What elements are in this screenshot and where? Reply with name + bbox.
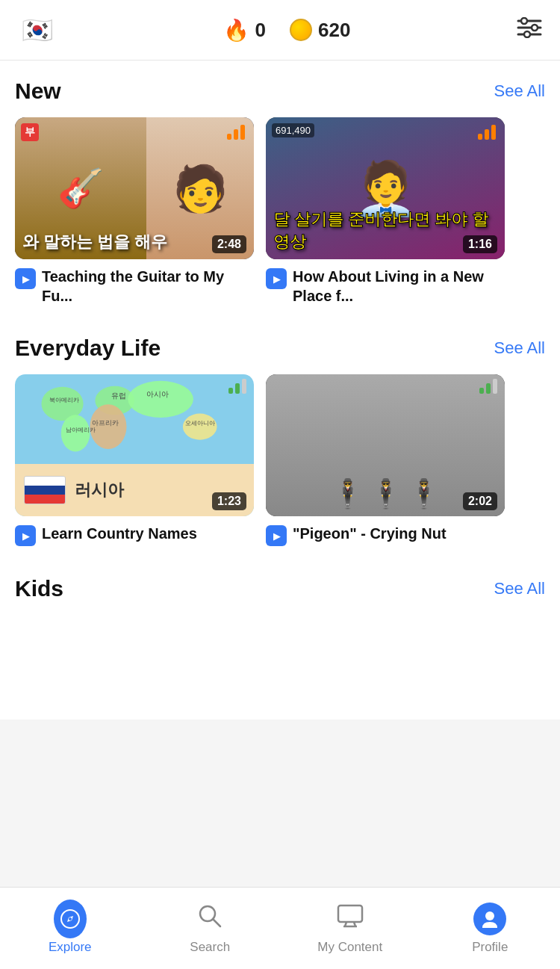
- signal-bars-pigeon: [479, 379, 497, 394]
- svg-line-23: [213, 919, 220, 926]
- place-card-label: How About Living in a New Place f...: [266, 267, 505, 306]
- section-new: New See All 🎸 🧑 부 와 말하는 법을 해우: [0, 61, 560, 318]
- search-label: Search: [190, 940, 230, 955]
- streak-stat: 🔥 0: [223, 18, 266, 43]
- my-content-icon-wrap: [334, 903, 367, 935]
- place-card-title: How About Living in a New Place f...: [293, 267, 505, 306]
- coins-count: 620: [318, 19, 350, 42]
- play-icon-country: [15, 525, 36, 546]
- explore-icon-wrap: [54, 903, 87, 935]
- signal-bars-place: [478, 125, 496, 140]
- profile-avatar-icon: [473, 903, 506, 935]
- country-name-russian: 러시아: [75, 479, 124, 501]
- country-card-label: Learn Country Names: [15, 524, 254, 546]
- svg-point-5: [524, 31, 530, 37]
- signal-bars-country: [228, 379, 246, 394]
- svg-point-8: [128, 381, 193, 418]
- section-everyday: Everyday Life See All: [0, 318, 560, 558]
- header-stats: 🔥 0 620: [223, 18, 351, 43]
- flame-icon: 🔥: [223, 18, 249, 43]
- country-duration: 1:23: [212, 492, 246, 510]
- korean-badge: 부: [21, 123, 39, 141]
- svg-text:남아메리카: 남아메리카: [66, 427, 96, 433]
- card-guitar[interactable]: 🎸 🧑 부 와 말하는 법을 해우 2:48 Teaching the Guit…: [15, 117, 254, 306]
- card-country[interactable]: 유럽 아시아 아프리카 북아메리카 남아메리카 오세아니아 러시아: [15, 374, 254, 546]
- guitar-card-label: Teaching the Guitar to My Fu...: [15, 267, 254, 306]
- nav-profile[interactable]: Profile: [420, 888, 561, 969]
- main-content: New See All 🎸 🧑 부 와 말하는 법을 해우: [0, 61, 560, 719]
- thumb-guitar: 🎸 🧑 부 와 말하는 법을 해우 2:48: [15, 117, 254, 259]
- section-kids-header: Kids See All: [15, 576, 545, 601]
- header: 🇰🇷 🔥 0 620: [0, 0, 560, 61]
- svg-point-4: [532, 25, 538, 31]
- flag-icon[interactable]: 🇰🇷: [18, 10, 57, 49]
- profile-icon-wrap: [473, 903, 506, 935]
- section-new-header: New See All: [15, 78, 545, 104]
- section-kids: Kids See All: [0, 558, 560, 601]
- guitar-card-title: Teaching the Guitar to My Fu...: [42, 267, 254, 306]
- everyday-cards-row: 유럽 아시아 아프리카 북아메리카 남아메리카 오세아니아 러시아: [15, 374, 545, 558]
- country-card-title: Learn Country Names: [42, 524, 197, 543]
- profile-label: Profile: [472, 940, 508, 955]
- section-everyday-see-all[interactable]: See All: [494, 338, 546, 358]
- band-member-1: 🕴️: [330, 477, 365, 510]
- section-new-see-all[interactable]: See All: [494, 81, 546, 101]
- explore-label: Explore: [49, 940, 92, 955]
- svg-text:유럽: 유럽: [111, 391, 126, 400]
- nav-explore[interactable]: Explore: [0, 888, 140, 969]
- section-new-title: New: [15, 78, 61, 104]
- play-icon-guitar: [15, 268, 36, 289]
- section-everyday-title: Everyday Life: [15, 335, 161, 361]
- card-pigeon[interactable]: 🕴️ 🕴️ 🕴️ 2:02 "Pigeon" - Crying Nut: [266, 374, 505, 546]
- svg-rect-24: [338, 905, 362, 922]
- explore-icon: [54, 900, 87, 938]
- pigeon-duration: 2:02: [463, 492, 497, 510]
- play-icon-pigeon: [266, 525, 287, 546]
- thumb-pigeon: 🕴️ 🕴️ 🕴️ 2:02: [266, 374, 505, 516]
- coins-stat: 620: [290, 19, 350, 42]
- band-member-2: 🕴️: [368, 477, 403, 510]
- my-content-label: My Content: [317, 940, 382, 955]
- svg-text:아프리카: 아프리카: [92, 419, 119, 427]
- svg-text:북아메리카: 북아메리카: [49, 397, 79, 403]
- thumb-place: 🧑‍💼 691,490 달 살기를 준비한다면 봐야 할 영상 1:16: [266, 117, 505, 259]
- search-icon-wrap: [193, 903, 226, 935]
- coin-icon: [290, 19, 312, 41]
- card-place[interactable]: 🧑‍💼 691,490 달 살기를 준비한다면 봐야 할 영상 1:16 How…: [266, 117, 505, 306]
- svg-text:오세아니아: 오세아니아: [185, 420, 215, 427]
- person-silhouette: 🧑: [172, 162, 228, 215]
- russia-flag: [24, 476, 66, 504]
- world-map-svg: 유럽 아시아 아프리카 북아메리카 남아메리카 오세아니아: [15, 374, 254, 459]
- signal-bars-guitar: [227, 125, 245, 140]
- play-icon-place: [266, 268, 287, 289]
- bottom-nav: Explore Search My Cont: [0, 887, 560, 969]
- svg-point-21: [69, 917, 72, 920]
- pigeon-card-label: "Pigeon" - Crying Nut: [266, 524, 505, 546]
- place-price: 691,490: [272, 123, 314, 137]
- streak-count: 0: [255, 19, 266, 42]
- section-kids-title: Kids: [15, 576, 63, 601]
- svg-point-28: [485, 911, 494, 920]
- pigeon-card-title: "Pigeon" - Crying Nut: [293, 524, 447, 543]
- svg-text:아시아: 아시아: [146, 390, 169, 398]
- guitar-duration: 2:48: [212, 235, 246, 253]
- section-everyday-header: Everyday Life See All: [15, 335, 545, 361]
- svg-point-3: [521, 18, 527, 24]
- place-duration: 1:16: [463, 235, 497, 253]
- band-member-3: 🕴️: [406, 477, 441, 510]
- thumb-country: 유럽 아시아 아프리카 북아메리카 남아메리카 오세아니아 러시아: [15, 374, 254, 516]
- nav-my-content[interactable]: My Content: [280, 888, 420, 969]
- section-kids-see-all[interactable]: See All: [494, 579, 546, 598]
- new-cards-row: 🎸 🧑 부 와 말하는 법을 해우 2:48 Teaching the Guit…: [15, 117, 545, 318]
- monitor-icon: [337, 904, 364, 933]
- filter-icon[interactable]: [517, 17, 542, 43]
- search-icon: [197, 903, 223, 934]
- nav-search[interactable]: Search: [140, 888, 281, 969]
